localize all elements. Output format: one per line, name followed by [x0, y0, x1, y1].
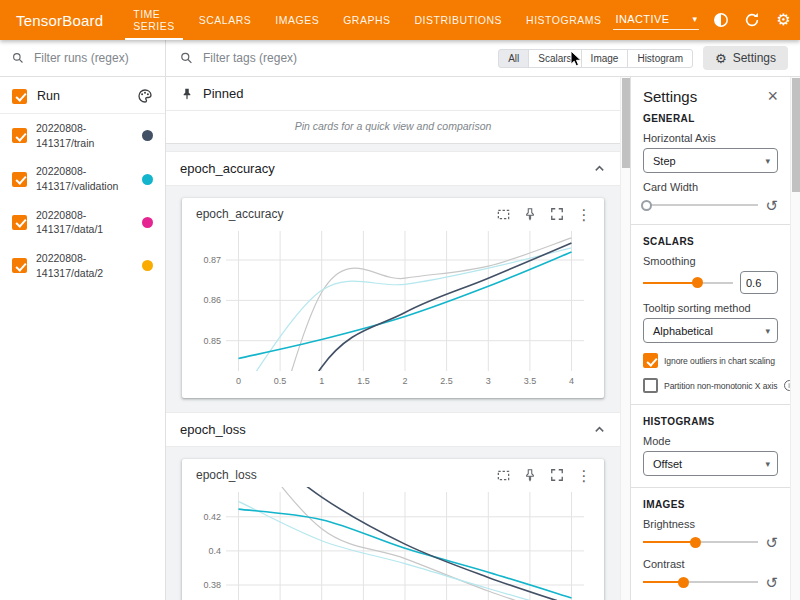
section-header-epoch-accuracy[interactable]: epoch_accuracy — [166, 151, 620, 186]
card-width-slider[interactable] — [643, 197, 758, 213]
section-title: epoch_loss — [180, 422, 246, 437]
reset-icon[interactable]: ↺ — [765, 575, 778, 590]
run-label: 20220808-141317/validation — [36, 164, 133, 193]
zoom-select-icon[interactable] — [495, 206, 511, 222]
filter-tags-input[interactable] — [201, 50, 488, 66]
partition-x-axis-checkbox[interactable] — [643, 378, 658, 393]
search-icon — [12, 51, 24, 65]
section-header-epoch-loss[interactable]: epoch_loss — [166, 412, 620, 447]
chevron-up-icon[interactable] — [593, 162, 606, 175]
tag-type-toggle-group: All Scalars Image Histogram — [498, 49, 693, 68]
pinned-section-header: Pinned — [166, 77, 620, 111]
run-checkbox[interactable] — [12, 258, 27, 273]
card-actions: ⋮ — [495, 467, 592, 483]
run-checkbox[interactable] — [12, 172, 27, 187]
ignore-outliers-label: Ignore outliers in chart scaling — [664, 356, 775, 366]
brightness-slider[interactable] — [643, 534, 758, 550]
reload-status-dropdown[interactable]: INACTIVE ▾ — [613, 11, 699, 30]
smoothing-row — [643, 271, 778, 294]
reset-icon[interactable]: ↺ — [765, 198, 778, 213]
settings-button[interactable]: ⚙ Settings — [703, 46, 788, 70]
contrast-icon[interactable] — [712, 11, 730, 29]
fullscreen-icon[interactable] — [549, 206, 565, 222]
gear-icon: ⚙ — [715, 52, 727, 65]
smoothing-slider[interactable] — [643, 275, 733, 291]
svg-text:0: 0 — [236, 376, 241, 386]
pin-card-icon[interactable] — [522, 467, 538, 483]
tensorboard-app: TensorBoard TIME SERIES SCALARS IMAGES G… — [0, 0, 800, 600]
contrast-label: Contrast — [643, 558, 778, 570]
run-checkbox[interactable] — [12, 215, 27, 230]
tab-graphs[interactable]: GRAPHS — [331, 0, 402, 40]
card-width-row: ↺ — [643, 197, 778, 213]
main-scrollbar[interactable] — [620, 77, 630, 600]
tab-time-series[interactable]: TIME SERIES — [121, 0, 187, 40]
tooltip-sorting-select[interactable]: Alphabetical ▾ — [643, 318, 778, 343]
more-options-icon[interactable]: ⋮ — [576, 467, 592, 483]
contrast-slider[interactable] — [643, 574, 758, 590]
divider — [631, 224, 790, 225]
toggle-all[interactable]: All — [498, 49, 529, 68]
general-heading: GENERAL — [643, 113, 778, 124]
horizontal-axis-label: Horizontal Axis — [643, 132, 778, 144]
smoothing-label: Smoothing — [643, 255, 778, 267]
run-row[interactable]: 20220808-141317/data/1 — [0, 201, 165, 244]
more-options-icon[interactable]: ⋮ — [576, 206, 592, 222]
main-scrollbar-thumb[interactable] — [622, 78, 630, 168]
card-title: epoch_accuracy — [196, 207, 283, 221]
toggle-image[interactable]: Image — [581, 49, 629, 68]
settings-panel-header: Settings × — [643, 87, 778, 105]
ignore-outliers-row: Ignore outliers in chart scaling — [643, 353, 778, 368]
tab-images[interactable]: IMAGES — [263, 0, 331, 40]
run-label: 20220808-141317/train — [36, 121, 133, 150]
run-row[interactable]: 20220808-141317/data/2 — [0, 244, 165, 287]
settings-scrollbar[interactable] — [790, 77, 800, 600]
close-icon[interactable]: × — [767, 87, 778, 105]
toggle-scalars[interactable]: Scalars — [528, 49, 581, 68]
run-checkbox[interactable] — [12, 128, 27, 143]
cards-main-area: Pinned Pin cards for a quick view and co… — [166, 77, 630, 600]
histogram-mode-label: Mode — [643, 435, 778, 447]
svg-text:0.87: 0.87 — [203, 255, 221, 265]
chevron-down-icon: ▾ — [693, 14, 698, 24]
right-column: All Scalars Image Histogram ⚙ Settings — [166, 40, 800, 600]
histogram-mode-value: Offset — [653, 458, 682, 470]
images-heading: IMAGES — [643, 499, 778, 510]
filter-runs-input[interactable] — [32, 50, 153, 66]
search-icon — [180, 51, 193, 65]
settings-button-label: Settings — [733, 51, 776, 65]
svg-text:0.4: 0.4 — [208, 546, 221, 556]
reset-icon[interactable]: ↺ — [765, 535, 778, 550]
chevron-down-icon: ▾ — [765, 459, 770, 469]
settings-gear-icon[interactable]: ⚙ — [774, 11, 792, 29]
svg-text:2.5: 2.5 — [440, 376, 453, 386]
svg-text:4: 4 — [569, 376, 574, 386]
scalars-heading: SCALARS — [643, 236, 778, 247]
filter-tags-bar: All Scalars Image Histogram ⚙ Settings — [166, 40, 800, 77]
refresh-icon[interactable] — [743, 11, 761, 29]
zoom-select-icon[interactable] — [495, 467, 511, 483]
ignore-outliers-checkbox[interactable] — [643, 353, 658, 368]
run-row[interactable]: 20220808-141317/train — [0, 114, 165, 157]
epoch-accuracy-chart[interactable]: 00.511.522.533.540.850.860.87 — [190, 224, 590, 396]
select-all-runs-checkbox[interactable] — [12, 89, 27, 104]
fullscreen-icon[interactable] — [549, 467, 565, 483]
app-body: Run 20220808-141317/train 20220808-14131… — [0, 40, 800, 600]
smoothing-input[interactable] — [740, 271, 778, 294]
card-header: epoch_accuracy ⋮ — [190, 206, 596, 224]
scalar-card-epoch-accuracy: epoch_accuracy ⋮ 00.511.522.533.540.850.… — [182, 198, 604, 398]
partition-x-axis-row: Partition non-monotonic X axis i — [643, 378, 778, 393]
epoch-loss-chart[interactable]: 00.511.522.533.540.360.380.40.42 — [190, 485, 590, 600]
histogram-mode-select[interactable]: Offset ▾ — [643, 451, 778, 476]
pin-card-icon[interactable] — [522, 206, 538, 222]
run-row[interactable]: 20220808-141317/validation — [0, 157, 165, 200]
horizontal-axis-select[interactable]: Step ▾ — [643, 148, 778, 173]
palette-icon[interactable] — [137, 88, 153, 104]
tab-histograms[interactable]: HISTOGRAMS — [514, 0, 613, 40]
partition-x-axis-label: Partition non-monotonic X axis — [664, 381, 778, 391]
tab-scalars[interactable]: SCALARS — [187, 0, 264, 40]
chevron-up-icon[interactable] — [593, 423, 606, 436]
tab-distributions[interactable]: DISTRIBUTIONS — [402, 0, 514, 40]
settings-scrollbar-thumb[interactable] — [792, 78, 800, 192]
toggle-histogram[interactable]: Histogram — [627, 49, 693, 68]
